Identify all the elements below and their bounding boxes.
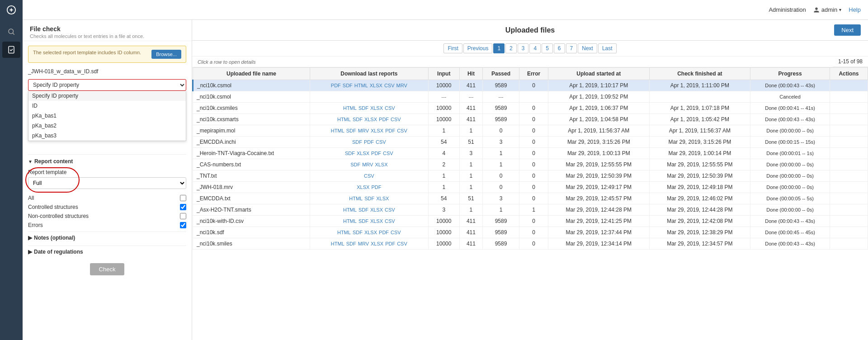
report-link-xlsx[interactable]: XLSX bbox=[369, 207, 384, 212]
table-row[interactable]: _CAS-numbers.txtSDFMRVXLSX2110Mar 29, 20… bbox=[193, 159, 868, 170]
pagination-page-1[interactable]: 1 bbox=[493, 43, 505, 53]
report-link-xlsx[interactable]: XLSX bbox=[363, 117, 378, 122]
date-header[interactable]: ▶ Date of regulations bbox=[28, 246, 186, 258]
report-link-sdf[interactable]: SDF bbox=[352, 117, 363, 122]
report-link-pdf[interactable]: PDF bbox=[370, 184, 382, 190]
table-row[interactable]: _nci10k.sdfHTMLSDFXLSXPDFCSV100004119589… bbox=[193, 227, 868, 238]
report-link-sdf[interactable]: SDF bbox=[358, 105, 369, 111]
report-link-html[interactable]: HTML bbox=[330, 241, 345, 246]
report-link-html[interactable]: HTML bbox=[330, 128, 345, 133]
notes-header[interactable]: ▶ Notes (optional) bbox=[28, 232, 186, 244]
report-link-xlsx[interactable]: XLSX bbox=[356, 184, 370, 190]
report-content-header[interactable]: ▼ Report content bbox=[28, 154, 186, 166]
dropdown-option-pka3[interactable]: pKa_bas3 bbox=[28, 131, 186, 141]
pagination-page-2[interactable]: 2 bbox=[505, 43, 517, 53]
pagination-page-3[interactable]: 3 bbox=[518, 43, 529, 53]
report-link-csv[interactable]: CSV bbox=[396, 128, 408, 133]
report-link-xlsx[interactable]: XLSX bbox=[369, 218, 384, 224]
pagination-page-7[interactable]: 7 bbox=[566, 43, 577, 53]
table-row[interactable]: _EMCDDA.inchiSDFPDFCSV545130Mar 29, 2019… bbox=[193, 137, 868, 148]
report-link-sdf[interactable]: SDF bbox=[344, 151, 356, 156]
report-link-html[interactable]: HTML bbox=[336, 117, 352, 122]
report-link-xlsx[interactable]: XLSX bbox=[370, 241, 384, 246]
pagination-page-4[interactable]: 4 bbox=[529, 43, 541, 53]
report-link-xlsx[interactable]: XLSX bbox=[356, 151, 370, 156]
report-link-xlsx[interactable]: XLSX bbox=[374, 162, 388, 167]
report-link-html[interactable]: HTML bbox=[342, 218, 358, 224]
report-link-html[interactable]: HTML bbox=[336, 230, 352, 235]
dropdown-header-item[interactable]: Specify ID property bbox=[28, 91, 186, 101]
pagination-page-5[interactable]: 5 bbox=[542, 43, 553, 53]
report-link-csv[interactable]: CSV bbox=[384, 105, 396, 111]
sidebar-filecheck-btn[interactable] bbox=[2, 42, 20, 58]
report-link-mrv[interactable]: MRV bbox=[357, 241, 370, 246]
pagination-page-6[interactable]: 6 bbox=[554, 43, 565, 53]
table-row[interactable]: _nci10k.smilesHTMLSDFMRVXLSXPDFCSV100004… bbox=[193, 238, 868, 250]
dropdown-option-pka2[interactable]: pKa_bas2 bbox=[28, 121, 186, 131]
report-link-html[interactable]: HTML bbox=[342, 207, 358, 212]
report-link-pdf[interactable]: PDF bbox=[370, 151, 382, 156]
table-row[interactable]: _Heroin-TNT-Viagra-Cocaine.txtSDFXLSXPDF… bbox=[193, 148, 868, 159]
table-row[interactable]: _nci10k-with-ID.csvHTMLSDFXLSXCSV1000041… bbox=[193, 216, 868, 227]
dropdown-option-id[interactable]: ID bbox=[28, 101, 186, 111]
checkbox-input-2[interactable] bbox=[180, 213, 186, 219]
table-row[interactable]: _nci10k.cxsmilesHTMLSDFXLSXCSV1000041195… bbox=[193, 103, 868, 114]
report-link-sdf[interactable]: SDF bbox=[351, 139, 363, 145]
report-link-csv[interactable]: CSV bbox=[384, 207, 396, 212]
report-link-sdf[interactable]: SDF bbox=[345, 241, 357, 246]
report-link-xlsx[interactable]: XLSX bbox=[375, 196, 390, 201]
report-link-xlsx[interactable]: XLSX bbox=[369, 83, 383, 88]
report-template-select[interactable]: Full Summary Short bbox=[28, 177, 186, 189]
report-link-csv[interactable]: CSV bbox=[396, 241, 408, 246]
report-link-html[interactable]: HTML bbox=[354, 83, 369, 88]
pagination-previous[interactable]: Previous bbox=[463, 43, 493, 53]
report-link-csv[interactable]: CSV bbox=[363, 173, 375, 179]
report-link-sdf[interactable]: SDF bbox=[358, 218, 369, 224]
report-link-mrv[interactable]: MRV bbox=[357, 128, 370, 133]
table-row[interactable]: _EMCDDA.txtHTMLSDFXLSX545130Mar 29, 2019… bbox=[193, 193, 868, 204]
report-link-sdf[interactable]: SDF bbox=[358, 207, 369, 212]
checkbox-input-1[interactable] bbox=[180, 204, 186, 210]
check-button[interactable]: Check bbox=[90, 263, 125, 275]
checkbox-input-0[interactable] bbox=[180, 195, 186, 201]
sidebar-search-btn[interactable] bbox=[2, 24, 20, 40]
report-link-html[interactable]: HTML bbox=[348, 196, 363, 201]
report-link-csv[interactable]: CSV bbox=[382, 151, 394, 156]
table-row[interactable]: _nci10k.csmol---------Apr 1, 2019, 1:09:… bbox=[193, 91, 868, 103]
table-row[interactable]: _JWH-018.mrvXLSXPDF1100Mar 29, 2019, 12:… bbox=[193, 182, 868, 193]
report-link-xlsx[interactable]: XLSX bbox=[369, 105, 384, 111]
report-link-sdf[interactable]: SDF bbox=[349, 162, 361, 167]
admin-user[interactable]: admin ▾ bbox=[813, 6, 841, 13]
report-link-sdf[interactable]: SDF bbox=[342, 83, 354, 88]
report-link-xlsx[interactable]: XLSX bbox=[370, 128, 384, 133]
specify-id-select[interactable]: Specify ID property ID pKa_bas1 pKa_bas2… bbox=[28, 79, 186, 91]
browse-button[interactable]: Browse... bbox=[151, 50, 181, 59]
report-link-csv[interactable]: CSV bbox=[375, 139, 387, 145]
report-link-sdf[interactable]: SDF bbox=[345, 128, 357, 133]
report-link-pdf[interactable]: PDF bbox=[363, 139, 375, 145]
report-link-sdf[interactable]: SDF bbox=[352, 230, 363, 235]
report-link-csv[interactable]: CSV bbox=[383, 83, 396, 88]
report-link-csv[interactable]: CSV bbox=[390, 117, 402, 122]
specify-id-dropdown[interactable]: Specify ID property ID pKa_bas1 pKa_bas2… bbox=[28, 79, 186, 91]
pagination-next[interactable]: Next bbox=[578, 43, 597, 53]
report-link-xlsx[interactable]: XLSX bbox=[363, 230, 378, 235]
table-row[interactable]: _nci10k.csmolPDFSDFHTMLXLSXCSVMRV1000041… bbox=[193, 80, 868, 91]
table-row[interactable]: _TNT.txtCSV1100Mar 29, 2019, 12:50:39 PM… bbox=[193, 170, 868, 182]
report-link-pdf[interactable]: PDF bbox=[378, 117, 390, 122]
report-link-pdf[interactable]: PDF bbox=[330, 83, 342, 88]
report-link-pdf[interactable]: PDF bbox=[384, 128, 396, 133]
table-row[interactable]: _mepirapim.molHTMLSDFMRVXLSXPDFCSV1100Ap… bbox=[193, 125, 868, 137]
report-template-dropdown[interactable]: Full Summary Short bbox=[28, 177, 186, 189]
checkbox-input-3[interactable] bbox=[180, 222, 186, 228]
report-link-csv[interactable]: CSV bbox=[390, 230, 402, 235]
help-link[interactable]: Help bbox=[849, 6, 861, 13]
dropdown-option-pka1[interactable]: pKa_bas1 bbox=[28, 111, 186, 121]
report-link-csv[interactable]: CSV bbox=[384, 218, 396, 224]
pagination-first[interactable]: First bbox=[443, 43, 462, 53]
report-link-sdf[interactable]: SDF bbox=[363, 196, 375, 201]
table-row[interactable]: _nci10k.cxsmartsHTMLSDFXLSXPDFCSV1000041… bbox=[193, 114, 868, 125]
report-link-pdf[interactable]: PDF bbox=[384, 241, 396, 246]
next-button[interactable]: Next bbox=[834, 24, 861, 36]
report-link-mrv[interactable]: MRV bbox=[396, 83, 408, 88]
